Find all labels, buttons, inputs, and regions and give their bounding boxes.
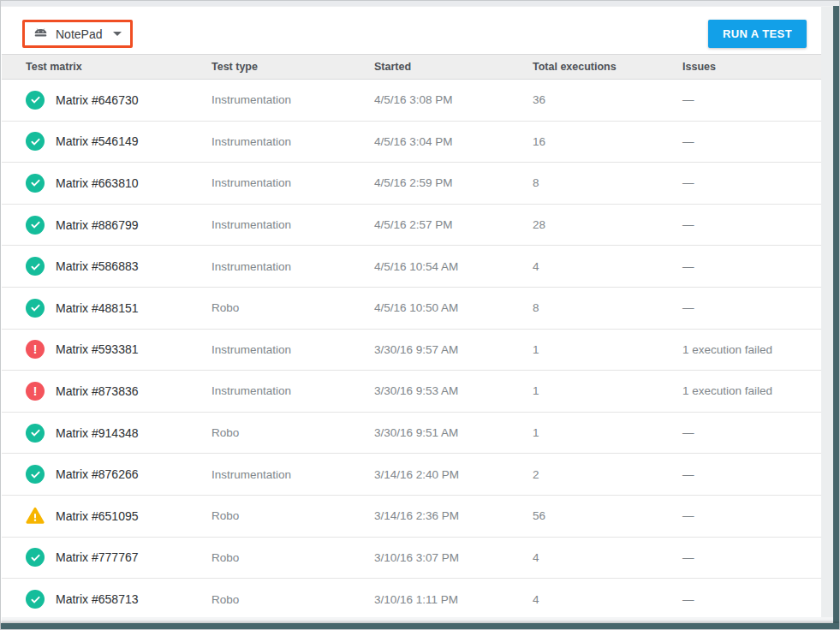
total-executions: 56 xyxy=(533,509,682,522)
table-row[interactable]: ! Matrix #488151 Robo 4/5/16 10:50 AM 8 … xyxy=(2,288,821,330)
started-timestamp: 4/5/16 3:08 PM xyxy=(374,93,533,106)
matrix-id: Matrix #777767 xyxy=(56,550,139,564)
issues-text: 1 execution failed xyxy=(682,384,814,397)
toolbar: NotePad RUN A TEST xyxy=(2,7,821,54)
started-timestamp: 3/10/16 1:11 PM xyxy=(374,593,533,606)
check-circle-icon xyxy=(26,257,45,276)
matrix-id: Matrix #488151 xyxy=(56,301,139,315)
table-row[interactable]: ! Matrix #876266 Instrumentation 3/14/16… xyxy=(2,454,821,496)
issues-text: — xyxy=(682,509,814,522)
matrix-id: Matrix #646730 xyxy=(56,93,139,107)
matrix-id: Matrix #876266 xyxy=(56,467,139,481)
total-executions: 4 xyxy=(533,551,682,564)
total-executions: 4 xyxy=(533,260,682,273)
started-timestamp: 3/30/16 9:53 AM xyxy=(374,384,533,397)
table-row[interactable]: ! Matrix #886799 Instrumentation 4/5/16 … xyxy=(2,205,821,247)
frame-right-gutter xyxy=(821,7,833,623)
issues-text: — xyxy=(682,301,814,314)
test-type: Instrumentation xyxy=(211,384,374,397)
matrix-id: Matrix #593381 xyxy=(56,342,139,356)
app-selector-label: NotePad xyxy=(56,27,102,41)
test-type: Robo xyxy=(211,426,374,439)
matrix-id: Matrix #663810 xyxy=(56,176,139,190)
check-circle-icon xyxy=(26,548,45,567)
column-header-issues: Issues xyxy=(682,61,814,73)
started-timestamp: 4/5/16 2:57 PM xyxy=(374,218,533,231)
issues-text: — xyxy=(682,218,814,231)
total-executions: 28 xyxy=(533,218,682,231)
matrix-id: Matrix #651095 xyxy=(56,509,139,523)
table-header: Test matrix Test type Started Total exec… xyxy=(2,54,821,80)
started-timestamp: 3/14/16 2:40 PM xyxy=(374,468,533,481)
started-timestamp: 3/10/16 3:07 PM xyxy=(374,551,533,564)
started-timestamp: 4/5/16 10:50 AM xyxy=(374,301,533,314)
issues-text: — xyxy=(682,176,814,189)
started-timestamp: 4/5/16 2:59 PM xyxy=(374,176,533,189)
table-row[interactable]: ! Matrix #593381 Instrumentation 3/30/16… xyxy=(2,330,821,371)
issues-text: — xyxy=(682,468,814,481)
app-selector-dropdown[interactable]: NotePad xyxy=(22,20,133,48)
table-row[interactable]: ! Matrix #914348 Robo 3/30/16 9:51 AM 1 … xyxy=(2,413,821,455)
total-executions: 2 xyxy=(533,468,682,481)
column-header-started: Started xyxy=(374,61,533,73)
table-row[interactable]: ! Matrix #777767 Robo 3/10/16 3:07 PM 4 … xyxy=(2,538,821,579)
total-executions: 1 xyxy=(533,384,682,397)
issues-text: — xyxy=(682,135,814,148)
table-row[interactable]: ! Matrix #873836 Instrumentation 3/30/16… xyxy=(2,371,821,413)
started-timestamp: 4/5/16 10:54 AM xyxy=(374,260,533,273)
run-a-test-button[interactable]: RUN A TEST xyxy=(708,20,807,48)
android-icon xyxy=(33,27,48,40)
issues-text: — xyxy=(682,593,814,606)
check-circle-icon xyxy=(26,174,45,193)
frame-bottom-pad xyxy=(2,617,833,623)
total-executions: 8 xyxy=(533,176,682,189)
total-executions: 1 xyxy=(533,426,682,439)
total-executions: 4 xyxy=(533,593,682,606)
caret-down-icon xyxy=(113,32,122,36)
matrix-id: Matrix #546149 xyxy=(56,134,139,148)
check-circle-icon xyxy=(26,132,45,151)
frame-bar-right xyxy=(833,6,839,629)
matrix-id: Matrix #886799 xyxy=(56,218,139,232)
error-circle-icon: ! xyxy=(26,382,45,401)
matrix-id: Matrix #586883 xyxy=(56,259,139,273)
started-timestamp: 3/30/16 9:57 AM xyxy=(374,343,533,356)
table-row[interactable]: ! Matrix #651095 Robo 3/14/16 2:36 PM 56… xyxy=(2,496,821,538)
total-executions: 36 xyxy=(533,93,682,106)
check-circle-icon xyxy=(26,465,45,484)
table-row[interactable]: ! Matrix #646730 Instrumentation 4/5/16 … xyxy=(2,80,821,122)
total-executions: 8 xyxy=(533,301,682,314)
table-row[interactable]: ! Matrix #546149 Instrumentation 4/5/16 … xyxy=(2,122,821,163)
check-circle-icon xyxy=(26,299,45,318)
column-header-total-executions: Total executions xyxy=(533,61,682,73)
frame-bar-bottom xyxy=(1,623,839,629)
test-type: Instrumentation xyxy=(211,260,374,273)
test-type: Instrumentation xyxy=(211,93,374,106)
table-row[interactable]: ! Matrix #586883 Instrumentation 4/5/16 … xyxy=(2,246,821,288)
started-timestamp: 3/30/16 9:51 AM xyxy=(374,426,533,439)
test-type: Instrumentation xyxy=(211,468,374,481)
table-row[interactable]: ! Matrix #663810 Instrumentation 4/5/16 … xyxy=(2,163,821,205)
issues-text: 1 execution failed xyxy=(682,343,814,356)
total-executions: 16 xyxy=(533,135,682,148)
test-type: Robo xyxy=(211,509,374,522)
test-type: Instrumentation xyxy=(211,218,374,231)
column-header-test-matrix: Test matrix xyxy=(26,61,211,73)
test-type: Instrumentation xyxy=(211,176,374,189)
test-type: Robo xyxy=(211,301,374,314)
check-circle-icon xyxy=(26,424,45,443)
test-type: Robo xyxy=(211,593,374,606)
warning-triangle-icon xyxy=(26,507,45,525)
table-body: ! Matrix #646730 Instrumentation 4/5/16 … xyxy=(2,80,821,621)
matrix-id: Matrix #658713 xyxy=(56,592,139,606)
table-row[interactable]: ! Matrix #658713 Robo 3/10/16 1:11 PM 4 … xyxy=(2,579,821,621)
started-timestamp: 3/14/16 2:36 PM xyxy=(374,509,533,522)
matrix-id: Matrix #914348 xyxy=(56,426,139,440)
column-header-test-type: Test type xyxy=(211,61,374,73)
started-timestamp: 4/5/16 3:04 PM xyxy=(374,135,533,148)
test-lab-panel: NotePad RUN A TEST Test matrix Test type… xyxy=(2,7,821,617)
issues-text: — xyxy=(682,426,814,439)
test-type: Robo xyxy=(211,551,374,564)
check-circle-icon xyxy=(26,216,45,235)
issues-text: — xyxy=(682,260,814,273)
